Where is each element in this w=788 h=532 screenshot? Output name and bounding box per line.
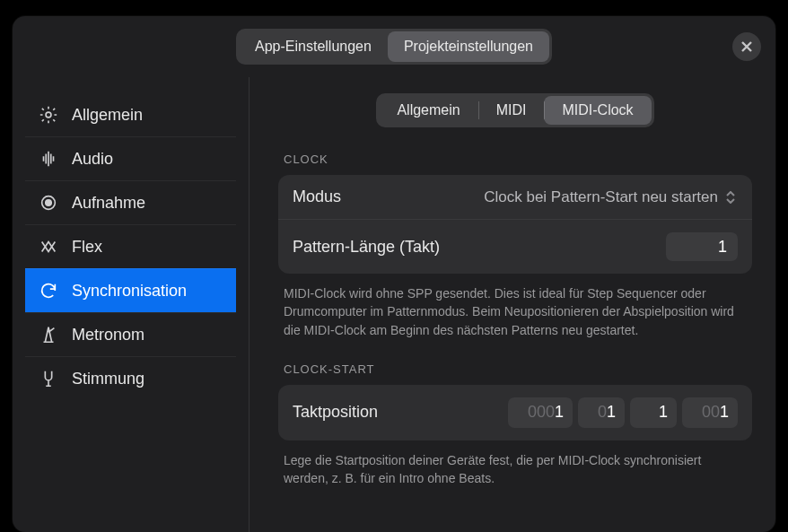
subtab-midi-clock[interactable]: MIDI-Clock — [544, 96, 651, 125]
sidebar-item-label: Metronom — [72, 326, 144, 344]
sidebar-item-recording[interactable]: Aufnahme — [25, 180, 236, 224]
mode-label: Modus — [293, 188, 341, 206]
section-label-clock: CLOCK — [284, 153, 752, 166]
mode-value: Clock bei Pattern-Start neu starten — [484, 188, 718, 206]
sidebar-list: Allgemein Audio Aufnahme — [25, 93, 236, 400]
sidebar-item-label: Stimmung — [72, 370, 144, 388]
bar-position-label: Taktposition — [293, 403, 378, 422]
sidebar-item-audio[interactable]: Audio — [25, 136, 236, 180]
main-content: Allgemein MIDI MIDI-Clock CLOCK Modus Cl… — [250, 77, 775, 532]
sidebar-item-label: Flex — [72, 238, 102, 257]
waveform-icon — [38, 148, 59, 170]
svg-point-0 — [46, 112, 51, 118]
header-tabs: App-Einstellungen Projekteinstellungen — [236, 29, 552, 65]
tuning-fork-icon — [38, 368, 59, 389]
sidebar-item-label: Audio — [72, 150, 113, 169]
tab-app-settings[interactable]: App-Einstellungen — [239, 31, 388, 62]
pattern-length-label: Pattern-Länge (Takt) — [293, 238, 440, 257]
close-icon — [740, 39, 754, 54]
flex-icon — [38, 236, 59, 257]
sidebar-item-tuning[interactable]: Stimmung — [25, 356, 236, 400]
sidebar-item-label: Aufnahme — [72, 194, 145, 213]
row-bar-position: Taktposition 0001 01 1 001 — [278, 385, 752, 440]
section-label-clockstart: CLOCK-START — [284, 362, 752, 376]
sidebar-item-label: Allgemein — [72, 106, 143, 125]
gear-icon — [38, 104, 59, 126]
bar-position-input[interactable]: 0001 01 1 001 — [508, 397, 738, 428]
settings-window: App-Einstellungen Projekteinstellungen A… — [13, 16, 775, 532]
header: App-Einstellungen Projekteinstellungen — [13, 16, 775, 77]
row-pattern-length: Pattern-Länge (Takt) 1 — [278, 219, 752, 274]
row-mode[interactable]: Modus Clock bei Pattern-Start neu starte… — [278, 175, 752, 219]
subtab-midi[interactable]: MIDI — [478, 96, 545, 125]
close-button[interactable] — [732, 32, 761, 61]
pos-beats[interactable]: 01 — [578, 397, 625, 428]
sidebar-item-flex[interactable]: Flex — [25, 224, 236, 268]
pattern-length-input[interactable]: 1 — [666, 232, 738, 261]
svg-point-2 — [46, 200, 51, 205]
sidebar-item-metronome[interactable]: Metronom — [25, 312, 236, 356]
sidebar-item-sync[interactable]: Synchronisation — [25, 268, 236, 312]
clockstart-help-text: Lege die Startposition deiner Geräte fes… — [284, 451, 747, 488]
sidebar-item-label: Synchronisation — [72, 282, 187, 301]
sync-icon — [38, 280, 59, 301]
body: Allgemein Audio Aufnahme — [13, 77, 775, 532]
clock-help-text: MIDI-Clock wird ohne SPP gesendet. Dies … — [284, 284, 747, 339]
sidebar: Allgemein Audio Aufnahme — [13, 77, 250, 532]
pos-bars[interactable]: 0001 — [508, 397, 573, 428]
mode-dropdown[interactable]: Clock bei Pattern-Start neu starten — [484, 188, 738, 206]
clockstart-panel: Taktposition 0001 01 1 001 — [278, 385, 752, 440]
metronome-icon — [38, 324, 59, 345]
clock-panel: Modus Clock bei Pattern-Start neu starte… — [278, 175, 752, 274]
pos-ticks[interactable]: 001 — [682, 397, 738, 428]
chevron-updown-icon — [725, 189, 738, 205]
sidebar-item-general[interactable]: Allgemein — [25, 93, 236, 136]
subtab-general[interactable]: Allgemein — [379, 96, 477, 125]
pos-div[interactable]: 1 — [630, 397, 677, 428]
record-icon — [38, 192, 59, 214]
tab-project-settings[interactable]: Projekteinstellungen — [388, 31, 549, 62]
subtabs: Allgemein MIDI MIDI-Clock — [376, 93, 653, 127]
